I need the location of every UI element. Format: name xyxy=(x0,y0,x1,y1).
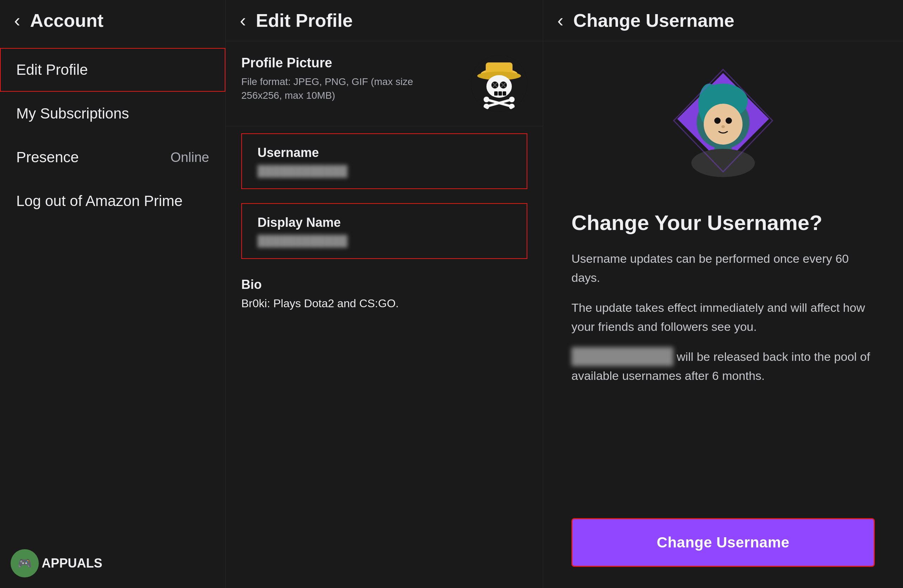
svg-rect-11 xyxy=(494,91,498,96)
mascot-svg xyxy=(635,63,811,197)
change-username-panel: ‹ Change Username xyxy=(543,0,903,588)
username-field-section[interactable]: Username ████████████ xyxy=(241,133,527,189)
nav-item-log-out-amazon[interactable]: Log out of Amazon Prime xyxy=(0,179,225,223)
change-username-button-container: Change Username xyxy=(543,504,903,588)
change-username-body1: Username updates can be performed once e… xyxy=(571,249,875,288)
nav-item-presence-value: Online xyxy=(170,150,209,165)
bio-section: Bio Br0ki: Plays Dota2 and CS:GO. xyxy=(226,266,543,321)
svg-point-17 xyxy=(509,97,514,102)
edit-profile-panel: ‹ Edit Profile Profile Picture File form… xyxy=(226,0,543,588)
svg-point-27 xyxy=(721,125,725,128)
svg-rect-13 xyxy=(503,91,506,96)
change-username-blurred-name: ████████████ xyxy=(571,347,673,366)
profile-picture-label: Profile Picture xyxy=(241,55,446,71)
bio-text: Br0ki: Plays Dota2 and CS:GO. xyxy=(241,297,527,310)
change-username-heading: Change Your Username? xyxy=(571,211,875,235)
display-name-field-section[interactable]: Display Name ████████████ xyxy=(241,203,527,259)
nav-item-my-subscriptions[interactable]: My Subscriptions xyxy=(0,92,225,135)
svg-rect-12 xyxy=(499,91,502,96)
account-back-button[interactable]: ‹ xyxy=(14,11,20,30)
watermark-text: APPUALS xyxy=(42,556,102,571)
profile-picture-sub: File format: JPEG, PNG, GIF (max size 25… xyxy=(241,75,446,102)
bio-label: Bio xyxy=(241,277,527,292)
display-name-label: Display Name xyxy=(258,215,511,230)
nav-item-edit-profile-label: Edit Profile xyxy=(16,61,88,78)
edit-profile-back-button[interactable]: ‹ xyxy=(240,11,246,30)
change-username-content: Change Your Username? Username updates c… xyxy=(543,204,903,504)
change-username-panel-header: ‹ Change Username xyxy=(543,0,903,41)
change-username-body3: ████████████ will be released back into … xyxy=(571,347,875,385)
watermark: 🎮 APPUALS xyxy=(11,549,102,577)
svg-point-18 xyxy=(484,104,489,109)
svg-point-29 xyxy=(691,149,755,177)
account-panel-title: Account xyxy=(30,10,103,31)
change-username-back-button[interactable]: ‹ xyxy=(557,11,563,30)
nav-item-my-subscriptions-label: My Subscriptions xyxy=(16,105,129,122)
profile-picture-section: Profile Picture File format: JPEG, PNG, … xyxy=(226,41,543,126)
change-username-body2: The update takes effect immediately and … xyxy=(571,298,875,336)
change-username-button[interactable]: Change Username xyxy=(571,518,875,567)
account-nav-list: Edit Profile My Subscriptions Presence O… xyxy=(0,41,225,230)
svg-point-19 xyxy=(509,104,514,109)
display-name-value: ████████████ xyxy=(258,235,511,247)
watermark-icon: 🎮 xyxy=(11,549,39,577)
svg-point-26 xyxy=(725,118,732,124)
nav-item-presence-label: Presence xyxy=(16,149,79,166)
nav-item-log-out-amazon-label: Log out of Amazon Prime xyxy=(16,193,183,209)
edit-profile-panel-header: ‹ Edit Profile xyxy=(226,0,543,41)
username-value: ████████████ xyxy=(258,165,511,177)
svg-point-25 xyxy=(714,118,721,124)
avatar[interactable] xyxy=(471,55,527,112)
nav-item-edit-profile[interactable]: Edit Profile xyxy=(0,48,225,92)
svg-point-16 xyxy=(484,97,489,102)
mascot-container xyxy=(543,41,903,204)
change-username-panel-title: Change Username xyxy=(573,10,735,31)
account-panel: ‹ Account Edit Profile My Subscriptions … xyxy=(0,0,226,588)
edit-profile-panel-title: Edit Profile xyxy=(256,10,352,31)
account-panel-header: ‹ Account xyxy=(0,0,225,41)
svg-point-24 xyxy=(704,104,743,145)
nav-item-presence[interactable]: Presence Online xyxy=(0,135,225,179)
username-label: Username xyxy=(258,145,511,160)
